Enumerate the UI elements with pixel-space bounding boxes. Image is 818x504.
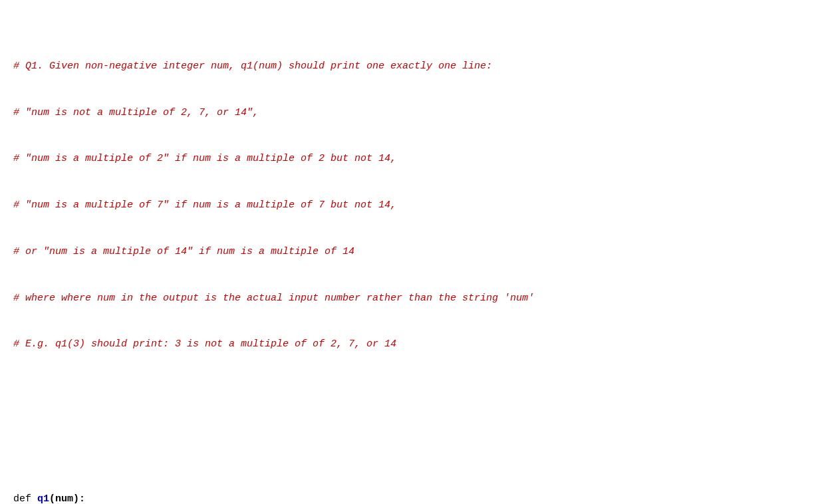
comment-q1-line7: # E.g. q1(3) should print: 3 is not a mu… <box>13 336 805 352</box>
func-name-q1: q1 <box>37 493 49 504</box>
comment-q1-line2: # "num is not a multiple of 2, 7, or 14"… <box>13 105 805 120</box>
keyword-def-q1: def <box>13 493 31 504</box>
comment-q1-line5: # or "num is a multiple of 14" if num is… <box>13 244 805 259</box>
comment-q1-line3: # "num is a multiple of 2" if num is a m… <box>13 151 805 166</box>
def-q1-line: def q1(num): <box>13 491 805 504</box>
code-editor: # Q1. Given non-negative integer num, q1… <box>13 12 805 504</box>
func-params-q1: (num): <box>49 493 85 504</box>
comment-q1-line4: # "num is a multiple of 7" if num is a m… <box>13 197 805 213</box>
comment-q1-line1: # Q1. Given non-negative integer num, q1… <box>13 59 805 74</box>
blank-line-1 <box>13 414 805 430</box>
comment-q1-line6: # where where num in the output is the a… <box>13 291 805 306</box>
